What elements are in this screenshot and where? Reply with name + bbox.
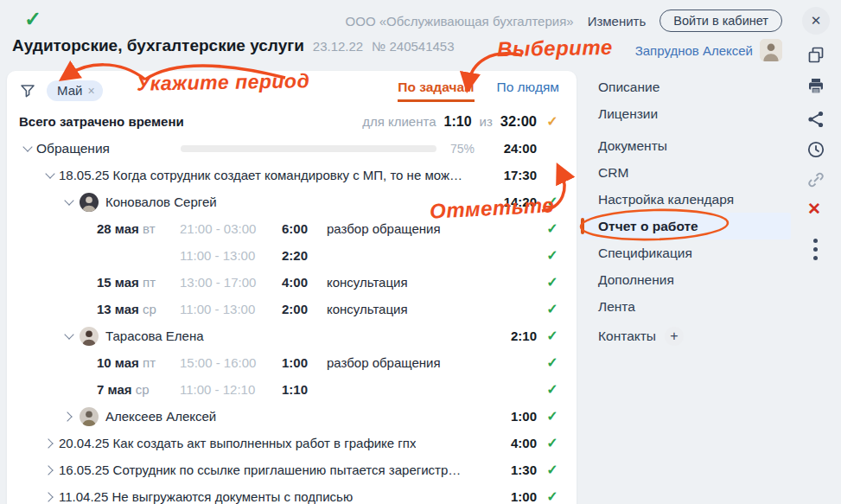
time-entry-row[interactable]: 11:00 - 13:00 2:20 ✓: [16, 242, 568, 269]
delete-icon[interactable]: ✕: [807, 201, 821, 218]
row-check-icon[interactable]: ✓: [537, 301, 568, 317]
tab-by-people[interactable]: По людям: [497, 80, 560, 102]
menu-item-additions[interactable]: Дополнения: [581, 266, 791, 293]
entry-duration: 6:00: [282, 221, 327, 236]
task-row[interactable]: 16.05.25 Сотрудник по ссылке приглашению…: [16, 456, 568, 483]
row-check-icon[interactable]: ✓: [537, 408, 568, 424]
entry-activity: консультация: [327, 302, 537, 316]
entry-duration: 4:00: [282, 275, 327, 290]
person-row[interactable]: Тарасова Елена 2:10 ✓: [16, 322, 568, 349]
time-entry-row[interactable]: 7 мая ср 11:00 - 12:10 1:10 ✓: [16, 376, 568, 403]
contract-date: 23.12.22: [313, 39, 363, 54]
summary-check-icon[interactable]: ✓: [537, 113, 568, 130]
total-hours: 32:00: [500, 113, 537, 130]
entry-duration: 2:20: [282, 248, 327, 263]
menu-item-feed[interactable]: Лента: [581, 293, 791, 320]
entry-range: 11:00 - 13:00: [180, 248, 282, 263]
row-check-icon[interactable]: ✓: [537, 274, 568, 290]
filter-funnel-icon[interactable]: [19, 82, 36, 99]
for-client-label: для клиента: [362, 114, 436, 129]
menu-item-specification[interactable]: Спецификация: [581, 239, 791, 266]
company-name: ООО «Обслуживающая бухгалтерия»: [346, 14, 574, 29]
filter-row: Май × По задачам По людям: [16, 76, 568, 105]
header: Аудиторские, бухгалтерские услуги 23.12.…: [12, 36, 455, 55]
progress-bar: [181, 145, 436, 152]
menu-item-crm[interactable]: CRM: [581, 159, 791, 186]
person-row[interactable]: Алексеев Алексей 1:00 ✓: [16, 403, 568, 430]
menu-item-work-report[interactable]: Отчет о работе: [581, 213, 791, 239]
history-clock-icon[interactable]: [806, 140, 825, 159]
time-entry-row[interactable]: 28 мая вт 21:00 - 03:00 6:00 разбор обра…: [16, 215, 568, 242]
entry-date: 10 мая пт: [97, 355, 180, 370]
entry-range: 15:00 - 16:00: [180, 355, 282, 370]
period-filter-chip[interactable]: Май ×: [47, 80, 103, 101]
share-icon[interactable]: [806, 110, 825, 129]
login-cabinet-button[interactable]: Войти в кабинет: [659, 10, 782, 32]
chevron-right-icon[interactable]: [41, 488, 59, 504]
row-check-icon[interactable]: ✓: [537, 488, 568, 504]
chevron-down-icon[interactable]: [61, 328, 78, 345]
task-row[interactable]: 20.04.25 Как создать акт выполненных раб…: [16, 430, 568, 456]
topbar: ООО «Обслуживающая бухгалтерия» Изменить…: [346, 10, 782, 32]
row-check-icon[interactable]: ✓: [537, 194, 568, 210]
task-title: 20.04.25 Как создать акт выполненных раб…: [59, 436, 416, 450]
chip-remove-icon[interactable]: ×: [87, 84, 94, 98]
task-row[interactable]: 11.04.25 Не выгружаются документы с подп…: [16, 483, 568, 504]
person-name: Алексеев Алексей: [105, 409, 216, 424]
person-name: Коновалов Сергей: [105, 195, 217, 209]
period-chip-label: Май: [57, 83, 82, 98]
row-check-icon[interactable]: ✓: [537, 247, 568, 264]
close-icon[interactable]: ✕: [802, 7, 830, 35]
chevron-right-icon[interactable]: [61, 408, 78, 425]
menu-item-contacts-label: Контакты: [598, 329, 656, 344]
chevron-down-icon[interactable]: [19, 140, 36, 157]
person-avatar: [80, 327, 99, 346]
view-tabs: По задачам По людям: [398, 80, 568, 102]
owner-link[interactable]: Запруднов Алексей: [635, 39, 782, 61]
row-check-icon[interactable]: ✓: [537, 435, 568, 451]
copy-icon[interactable]: [806, 46, 825, 65]
time-entry-row[interactable]: 13 мая ср 11:00 - 13:00 2:00 консультаци…: [16, 296, 568, 322]
row-check-icon[interactable]: ✓: [537, 328, 568, 344]
time-entry-row[interactable]: 10 мая пт 15:00 - 16:00 1:00 разбор обра…: [16, 349, 568, 376]
entry-date: 13 мая ср: [97, 302, 180, 316]
entry-date: 15 мая пт: [97, 275, 180, 290]
contract-number: № 240541453: [372, 39, 454, 54]
time-entry-row[interactable]: 15 мая пт 13:00 - 17:00 4:00 консультаци…: [16, 269, 568, 296]
group-row-appeals[interactable]: Обращения 75% 24:00: [16, 135, 568, 162]
annotation-select-tab: Выберите: [497, 35, 613, 61]
print-icon[interactable]: [806, 77, 825, 96]
row-check-icon[interactable]: ✓: [537, 220, 568, 237]
add-contact-button[interactable]: +: [665, 327, 684, 346]
menu-item-licenses[interactable]: Лицензии: [581, 100, 791, 127]
task-time: 17:30: [485, 168, 537, 182]
entry-duration: 2:00: [282, 302, 327, 316]
chevron-down-icon[interactable]: [61, 194, 78, 211]
task-row[interactable]: 18.05.25 Когда сотрудник создает команди…: [16, 162, 568, 188]
chevron-right-icon[interactable]: [41, 462, 59, 479]
edit-company-link[interactable]: Изменить: [588, 14, 647, 29]
task-title: 16.05.25 Сотрудник по ссылке приглашению…: [59, 463, 465, 477]
entry-date: 7 мая ср: [97, 382, 180, 397]
entry-range: 11:00 - 13:00: [180, 302, 282, 316]
link-icon[interactable]: [806, 170, 825, 189]
chevron-right-icon[interactable]: [41, 435, 59, 452]
row-check-icon[interactable]: ✓: [537, 381, 568, 398]
group-time: 24:00: [486, 141, 537, 156]
menu-item-contacts[interactable]: Контакты +: [581, 322, 791, 349]
row-check-icon[interactable]: ✓: [537, 462, 568, 478]
person-avatar: [80, 193, 99, 212]
more-menu-icon[interactable]: [813, 239, 818, 260]
for-client-value: 1:10: [444, 114, 472, 130]
chevron-down-icon[interactable]: [41, 167, 59, 184]
entry-activity: консультация: [327, 275, 537, 290]
menu-item-documents[interactable]: Документы: [581, 132, 791, 159]
task-title: 18.05.25 Когда сотрудник создает команди…: [59, 168, 465, 182]
person-row[interactable]: Коновалов Сергей 14:20 ✓: [16, 188, 568, 215]
menu-item-description[interactable]: Описание: [581, 73, 791, 100]
task-time: 4:00: [485, 436, 537, 450]
tab-by-tasks[interactable]: По задачам: [398, 80, 474, 102]
menu-item-calendar-settings[interactable]: Настройка календаря: [581, 186, 791, 213]
group-label: Обращения: [36, 141, 181, 156]
row-check-icon[interactable]: ✓: [537, 354, 568, 371]
